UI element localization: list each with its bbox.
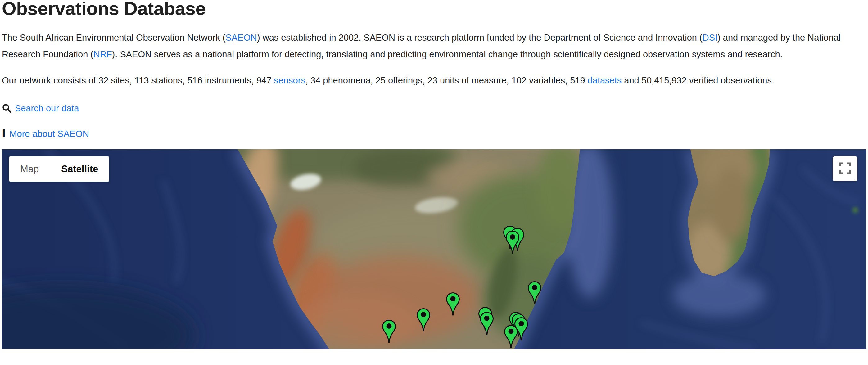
network-text-a: Our network consists of 32 sites, 113 st…: [2, 75, 274, 85]
search-icon: [2, 103, 12, 113]
satellite-view-button[interactable]: Satellite: [50, 156, 109, 182]
intro-text-b: ) was established in 2002. SAEON is a re…: [257, 33, 703, 42]
marker-cluster-midlands[interactable]: [479, 312, 494, 336]
satellite-terrain: [2, 149, 866, 349]
map-canvas[interactable]: Map Satellite: [2, 149, 866, 349]
page-content: Observations Database The South African …: [0, 0, 868, 142]
search-data-row: Search our data: [2, 100, 866, 117]
more-about-saeon-link[interactable]: More about SAEON: [9, 125, 89, 142]
marker-interior[interactable]: [446, 292, 460, 316]
more-about-row: i More about SAEON: [2, 125, 866, 142]
intro-text-a: The South African Environmental Observat…: [2, 33, 226, 42]
marker-coast-north[interactable]: [527, 281, 542, 305]
intro-text-d: ). SAEON serves as a national platform f…: [112, 49, 783, 59]
map-view-button[interactable]: Map: [9, 156, 50, 182]
datasets-link[interactable]: datasets: [588, 75, 622, 85]
marker-cluster-highveld[interactable]: [505, 230, 520, 254]
marker-coast-south[interactable]: [504, 325, 518, 349]
network-text-c: and 50,415,932 verified observations.: [621, 75, 774, 85]
info-icon: i: [2, 128, 6, 139]
network-stats-paragraph: Our network consists of 32 sites, 113 st…: [2, 72, 866, 89]
marker-karoo-west[interactable]: [382, 320, 396, 343]
fullscreen-button[interactable]: [833, 156, 858, 181]
search-our-data-link[interactable]: Search our data: [15, 100, 79, 117]
network-text-b: , 34 phenomena, 25 offerings, 23 units o…: [306, 75, 588, 85]
nrf-link[interactable]: NRF: [93, 49, 112, 59]
sensors-link[interactable]: sensors: [274, 75, 306, 85]
saeon-link[interactable]: SAEON: [226, 33, 257, 42]
dsi-link[interactable]: DSI: [703, 33, 717, 42]
intro-paragraph: The South African Environmental Observat…: [2, 29, 866, 63]
fullscreen-expand-icon: [838, 162, 851, 176]
map-type-control: Map Satellite: [9, 156, 109, 182]
marker-karoo[interactable]: [416, 308, 431, 332]
small-island: [852, 207, 858, 213]
page-title: Observations Database: [2, 0, 866, 18]
